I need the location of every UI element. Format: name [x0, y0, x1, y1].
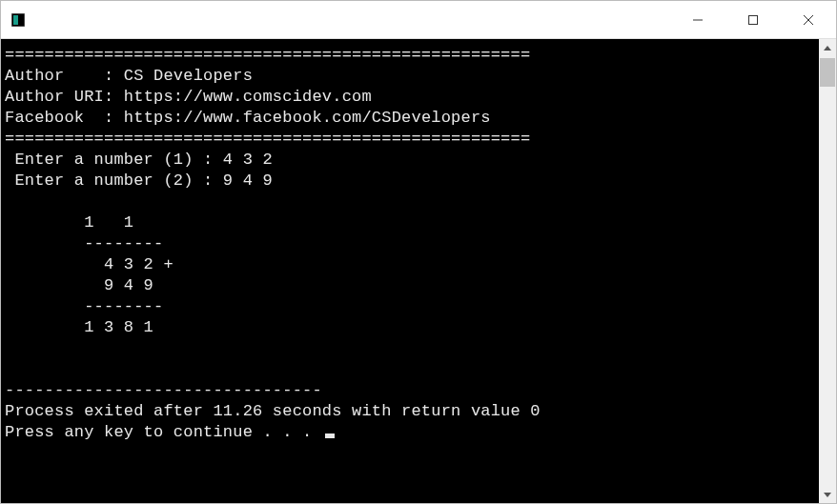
- window-controls: [670, 1, 836, 39]
- input-2: 9 4 9: [223, 171, 273, 190]
- titlebar[interactable]: [1, 1, 836, 39]
- console-area: ========================================…: [1, 39, 836, 503]
- scroll-thumb[interactable]: [820, 58, 835, 87]
- scroll-up-button[interactable]: [819, 39, 836, 56]
- prompt-2: Enter a number (2) :: [5, 171, 223, 190]
- cursor: [325, 433, 335, 438]
- close-button[interactable]: [781, 1, 836, 39]
- carry-row: 1 1: [5, 213, 133, 232]
- facebook-value: https://www.facebook.com/CSDevelopers: [124, 109, 491, 127]
- facebook-label: Facebook :: [5, 109, 124, 127]
- input-1: 4 3 2: [223, 151, 273, 169]
- dash-row: --------: [5, 297, 163, 315]
- press-key-line: Press any key to continue . . .: [5, 423, 322, 441]
- author-uri-label: Author URI:: [5, 88, 124, 106]
- console-output[interactable]: ========================================…: [1, 39, 819, 503]
- svg-marker-7: [824, 493, 831, 497]
- divider-line: ========================================…: [5, 46, 530, 64]
- scroll-down-button[interactable]: [819, 486, 836, 503]
- scrollbar[interactable]: [819, 39, 836, 503]
- author-uri-value: https://www.comscidev.com: [124, 88, 372, 106]
- svg-rect-3: [749, 15, 758, 24]
- divider-line: ========================================…: [5, 130, 530, 148]
- result-row: 1 3 8 1: [5, 318, 153, 336]
- operand-1-row: 4 3 2 +: [5, 255, 174, 273]
- app-icon: [10, 12, 26, 28]
- exit-dashes: --------------------------------: [5, 381, 322, 399]
- author-value: CS Developers: [124, 67, 253, 85]
- minimize-button[interactable]: [670, 1, 725, 39]
- prompt-1: Enter a number (1) :: [5, 151, 223, 169]
- operand-2-row: 9 4 9: [5, 276, 153, 294]
- svg-marker-6: [824, 46, 831, 50]
- maximize-button[interactable]: [725, 1, 781, 39]
- exit-line: Process exited after 11.26 seconds with …: [5, 402, 541, 420]
- window-frame: ========================================…: [0, 0, 837, 504]
- dash-row: --------: [5, 234, 163, 252]
- svg-rect-1: [13, 15, 18, 25]
- author-label: Author :: [5, 67, 124, 85]
